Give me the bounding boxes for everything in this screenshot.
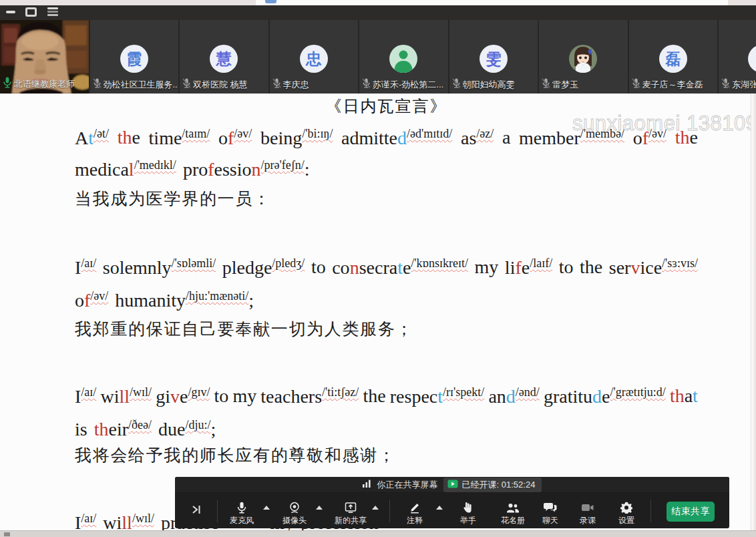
phonetic-annotation: /əv/ xyxy=(90,289,108,303)
record-icon xyxy=(581,502,594,514)
participant-label: 朝阳妇幼高雯 xyxy=(452,78,515,91)
注释-button[interactable]: 注释 xyxy=(396,502,433,524)
annotated-word: my xyxy=(475,256,499,279)
annotated-word: the xyxy=(118,127,140,149)
新的共享-button[interactable]: 新的共享 xyxy=(332,502,369,524)
toolbar-divider xyxy=(650,500,651,522)
camera-icon xyxy=(289,502,301,514)
annotated-word: consecrate/'kɒnsɪkreɪt/ xyxy=(332,256,468,279)
dropdown-caret[interactable] xyxy=(372,506,379,510)
participant-label: 双桥医院 杨慧 xyxy=(182,78,248,91)
avatar-circle: 霞 xyxy=(120,45,148,73)
annotated-word: life/laɪf/ xyxy=(505,256,552,279)
document-line-english: I/aɪ/will/wɪl/give/gɪv/tomyteachers/'ti:… xyxy=(75,385,698,407)
collapse-icon xyxy=(190,504,202,518)
annotated-word: time/taɪm/ xyxy=(149,127,210,149)
participant-name: 劲松社区卫生服务... xyxy=(104,79,178,91)
document-line-english: istheir/ðeə/due/dju:/; xyxy=(75,418,698,440)
dropdown-caret[interactable] xyxy=(316,506,323,510)
maximize-icon[interactable] xyxy=(25,7,37,17)
collapse-toolbar-button[interactable] xyxy=(175,504,217,518)
annotated-word: I/aɪ/ xyxy=(75,385,96,407)
participant-tile[interactable]: 忠李庆忠 xyxy=(270,20,359,94)
phonetic-annotation: /əz/ xyxy=(476,127,494,140)
share-status-row: 你正在共享屏幕 已经开课: 01:52:24 xyxy=(175,477,729,493)
participant-label: 东湖张 xyxy=(721,78,756,91)
avatar-char: 忠 xyxy=(306,51,321,67)
phonetic-annotation: /aɪ/ xyxy=(81,512,96,525)
花名册-button[interactable]: 花名册 xyxy=(494,502,532,524)
microphone-icon xyxy=(236,502,248,514)
avatar-circle: 磊 xyxy=(659,45,687,73)
shared-document: 《日内瓦宣言》 At/ət/thetime/taɪm/of/əv/being/'… xyxy=(0,94,756,537)
annotated-word: pledge/pledʒ/ xyxy=(222,256,305,279)
end-share-button[interactable]: 结束共享 xyxy=(667,502,715,522)
document-line-english: medical/'medɪkl/profession/prə'feʃn/: xyxy=(75,158,698,180)
annotated-word: medical/'medɪkl/ xyxy=(75,158,176,180)
mic-muted-icon xyxy=(632,78,640,91)
document-line-chinese: 我郑重的保证自己要奉献一切为人类服务； xyxy=(75,318,698,340)
minimize-icon[interactable] xyxy=(6,11,15,13)
chat-icon xyxy=(544,502,557,514)
设置-button[interactable]: 设置 xyxy=(608,502,645,524)
dropdown-caret[interactable] xyxy=(436,506,443,510)
annotated-word: being/'bi:ɪŋ/ xyxy=(260,127,333,149)
avatar-char: 霞 xyxy=(126,51,142,67)
menu-icon[interactable] xyxy=(47,7,58,17)
participant-tile[interactable]: 磊麦子店～李金磊 xyxy=(629,20,718,94)
participant-tile[interactable]: 北语继教康老师 xyxy=(0,20,89,94)
举手-button[interactable]: 举手 xyxy=(449,502,487,524)
phonetic-annotation: /'bi:ɪŋ/ xyxy=(302,127,333,140)
participant-tile[interactable]: 雯朝阳妇幼高雯 xyxy=(449,20,538,94)
annotated-word: profession/prə'feʃn/: xyxy=(183,158,310,180)
annotated-word: is xyxy=(75,419,87,440)
participant-tile[interactable]: 慧双桥医院 杨慧 xyxy=(180,20,268,94)
participant-label: 李庆忠 xyxy=(272,78,309,91)
annotated-word: I/aɪ/ xyxy=(75,256,96,279)
phonetic-annotation: /laɪf/ xyxy=(530,256,552,270)
phonetic-annotation: /'ti:tʃəz/ xyxy=(322,385,359,399)
mic-muted-icon xyxy=(182,78,191,91)
participant-tile[interactable]: 霞劲松社区卫生服务... xyxy=(90,20,179,94)
phonetic-annotation: /əd'mɪtɪd/ xyxy=(407,127,452,140)
participant-name: 麦子店～李金磊 xyxy=(642,79,703,91)
phonetic-annotation: /ənd/ xyxy=(516,385,540,399)
document-line-chinese: 当我成为医学界的一员： xyxy=(75,188,698,210)
phonetic-annotation: /əv/ xyxy=(234,127,252,140)
annotated-word: to xyxy=(311,256,326,279)
mic-muted-icon xyxy=(542,78,550,91)
聊天-button[interactable]: 聊天 xyxy=(532,502,569,524)
document-line-english: of/əv/humanity/hju:'mænəti/; xyxy=(75,289,698,311)
annotated-word: their/ðeə/ xyxy=(94,418,152,440)
phonetic-annotation: /ðeə/ xyxy=(128,418,152,431)
phonetic-annotation: /gɪv/ xyxy=(188,385,210,399)
dropdown-caret[interactable] xyxy=(263,506,270,510)
annotated-word: admitted/əd'mɪtɪd/ xyxy=(341,127,452,149)
participant-tile[interactable]: 东湖张 xyxy=(719,20,756,94)
annotated-word: will/wɪl/ xyxy=(100,385,152,407)
录课-button[interactable]: 录课 xyxy=(569,502,606,524)
participant-tile[interactable]: 雷梦玉 xyxy=(539,20,628,94)
annotated-word: the xyxy=(363,385,385,407)
participant-name: 东湖张 xyxy=(732,79,756,91)
avatar-char: 磊 xyxy=(665,51,681,67)
share-toolbar: 你正在共享屏幕 已经开课: 01:52:24 麦克风摄像头新的共享注释举手花名册… xyxy=(175,477,729,528)
麦克风-button[interactable]: 麦克风 xyxy=(223,502,260,524)
phonetic-annotation: /ət/ xyxy=(93,127,109,140)
mic-muted-icon xyxy=(452,78,461,91)
participant-tile[interactable]: 苏谨禾-劲松第二... xyxy=(359,20,448,94)
scrollbar-knob xyxy=(4,532,10,536)
avatar-circle xyxy=(748,45,756,73)
annotated-word: humanity/hju:'mænəti/; xyxy=(115,289,254,311)
annotated-word: the xyxy=(580,256,602,279)
watermark: sunxiaomei 13810992 xyxy=(572,112,756,136)
annotated-word: to xyxy=(559,256,574,279)
document-line-english: I/aɪ/solemnly/'sɒləmli/pledge/pledʒ/toco… xyxy=(75,256,698,279)
settings-icon xyxy=(620,502,632,514)
share-screen-icon xyxy=(345,502,357,514)
avatar-circle: 雯 xyxy=(480,45,508,73)
annotated-word: a xyxy=(502,127,510,149)
annotated-word: to xyxy=(214,385,229,407)
摄像头-button[interactable]: 摄像头 xyxy=(276,502,313,524)
class-timer-badge: 已经开课: 01:52:24 xyxy=(443,478,542,492)
